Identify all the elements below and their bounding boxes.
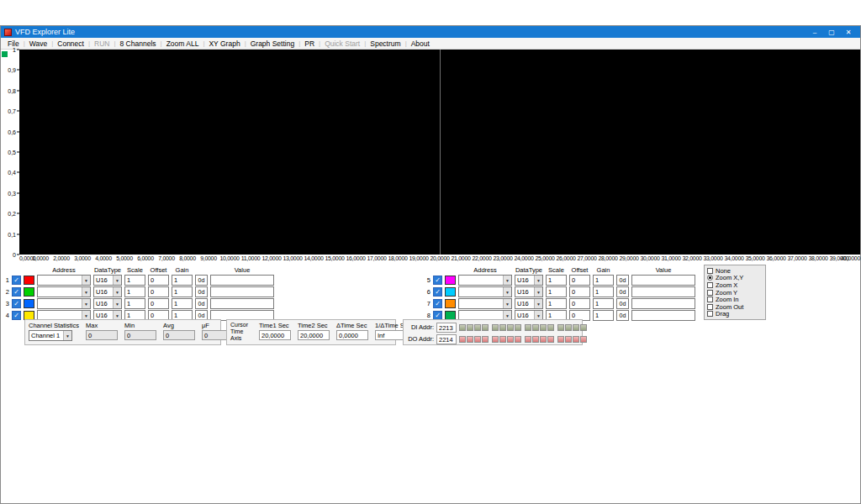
value-field[interactable] [210,275,274,286]
led-indicator [492,324,499,331]
datatype-select[interactable]: U16▼ [93,275,122,286]
value-field[interactable] [631,298,695,309]
stats-columns: Max0Min0Avg0μF0 [86,322,234,340]
led-indicator [557,336,564,343]
channel-enable-checkbox[interactable]: ✓ [433,287,442,297]
led-indicator [573,324,579,331]
menu-item-xy-graph[interactable]: XY Graph [204,39,244,48]
di-addr-value[interactable]: 2213 [436,323,457,333]
cursor-field-time-sec: ΔTime Sec0,0000 [336,322,368,340]
value-field[interactable] [210,286,274,297]
address-select[interactable]: ▼ [458,286,512,297]
x-axis-label: 29,0000 [619,255,638,261]
y-axis-label: 1 [13,47,19,53]
channel-enable-checkbox[interactable]: ✓ [12,311,21,320]
scale-input[interactable] [124,286,145,297]
datatype-select[interactable]: U16▼ [515,298,543,309]
minimize-button[interactable]: – [806,29,823,36]
gain-input[interactable] [172,275,193,286]
led-indicator [507,324,514,331]
menu-item-spectrum[interactable]: Spectrum [366,39,404,48]
do-addr-value[interactable]: 2214 [436,334,457,344]
address-select[interactable]: ▼ [37,286,91,297]
y-axis-label: 0,6 [8,129,19,134]
menu-item-pr[interactable]: PR [300,39,319,48]
offset-input[interactable] [148,275,169,286]
zoom-option-label: Drag [716,310,729,318]
x-axis-label: 31,0000 [661,255,680,261]
scale-input[interactable] [546,275,567,286]
x-axis-label: 26,0000 [556,255,575,261]
cursor-field-label: Time1 Sec [259,322,291,329]
cursor-line[interactable] [440,50,441,255]
zoom-option-none[interactable]: None [707,267,763,275]
scale-input[interactable] [124,275,145,286]
scale-input[interactable] [546,298,567,309]
datatype-select[interactable]: U16▼ [515,275,543,286]
chevron-down-icon: ▼ [503,276,511,285]
close-button[interactable]: ✕ [840,29,857,36]
datatype-select-value: U16 [94,288,113,296]
datatype-select[interactable]: U16▼ [93,286,122,297]
menu-item-connect[interactable]: Connect [53,39,88,48]
led-indicator [499,324,506,331]
channel-enable-checkbox[interactable]: ✓ [433,299,442,308]
header-scale: Scale [546,266,567,274]
channel-enable-checkbox[interactable]: ✓ [12,287,21,297]
plot-area[interactable] [19,50,860,255]
offset-input[interactable] [569,275,590,286]
gain-input[interactable] [593,310,614,321]
chevron-down-icon: ▼ [113,287,121,297]
led-indicator [525,336,531,343]
menu-item-wave[interactable]: Wave [25,39,51,48]
zoom-option-zoom-x-y[interactable]: Zoom X,Y [707,275,763,282]
led-indicator [532,324,539,331]
x-axis-label: 27,0000 [577,255,596,261]
scale-input[interactable] [546,286,567,297]
scale-input[interactable] [124,298,145,309]
address-select[interactable]: ▼ [458,275,512,286]
zoom-option-zoom-out[interactable]: Zoom Out [707,303,763,311]
config-panel: AddressDataTypeScaleOffsetGainValue1✓▼U1… [1,264,860,348]
address-select[interactable]: ▼ [37,298,91,309]
gain-input[interactable] [172,286,193,297]
di-row: DI Addr: 2213 [407,322,578,333]
address-select[interactable]: ▼ [458,298,512,309]
value-field[interactable] [210,298,274,309]
zoom-option-drag[interactable]: Drag [707,311,763,318]
channel-enable-checkbox[interactable]: ✓ [433,276,442,285]
offset-input[interactable] [148,286,169,297]
channel-enable-checkbox[interactable]: ✓ [12,299,21,308]
menu-item-about[interactable]: About [407,39,434,48]
gain-input[interactable] [593,298,614,309]
zoom-option-zoom-y[interactable]: Zoom Y [707,289,763,297]
gain-input[interactable] [593,275,614,286]
offset-input[interactable] [148,298,169,309]
channel-enable-checkbox[interactable]: ✓ [12,276,21,285]
value-field[interactable] [631,275,695,286]
value-field[interactable] [631,286,695,297]
gain-input[interactable] [593,286,614,297]
x-axis: 0,00001,00002,00003,00004,00005,00006,00… [19,255,860,264]
zoom-option-zoom-in[interactable]: Zoom In [707,296,763,303]
datatype-select[interactable]: U16▼ [93,298,122,309]
offset-input[interactable] [569,298,590,309]
zoom-option-zoom-x[interactable]: Zoom X [707,281,763,289]
datatype-select[interactable]: U16▼ [515,286,543,297]
address-select[interactable]: ▼ [37,275,91,286]
menu-item-zoom-all[interactable]: Zoom ALL [162,39,203,48]
x-axis-label: 15,0000 [325,255,344,261]
stats-channel-select[interactable]: Channel 1 ▼ [29,330,72,341]
channel-number: 2 [3,288,9,296]
datatype-select-value: U16 [515,300,534,307]
menu-item-8-channels[interactable]: 8 Channels [116,39,161,48]
app-icon [4,29,12,36]
offset-input[interactable] [569,286,590,297]
value-field[interactable] [631,310,695,321]
menu-item-graph-setting[interactable]: Graph Setting [246,39,298,48]
x-axis-label: 37,0000 [787,255,806,261]
maximize-button[interactable]: ▢ [823,29,840,36]
chevron-down-icon: ▼ [63,331,71,340]
datatype-select-value: U16 [515,312,534,319]
gain-input[interactable] [172,298,193,309]
